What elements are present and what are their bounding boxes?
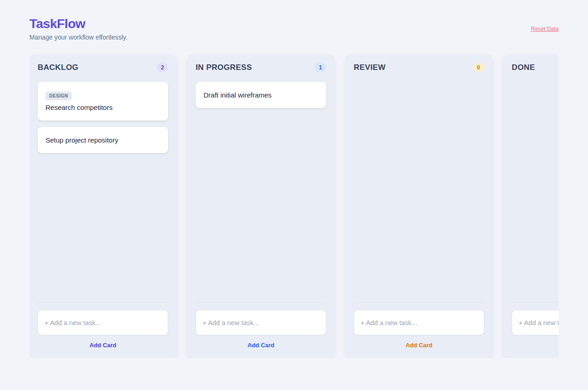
column-footer: Add Card — [38, 302, 168, 349]
column-header: IN PROGRESS 1 — [196, 63, 326, 72]
card-title: Setup project repository — [45, 136, 160, 144]
column-backlog: BACKLOG 2 DESIGN Research competitors Se… — [29, 54, 176, 358]
card-list — [512, 82, 559, 302]
column-footer: Add Card — [196, 302, 326, 349]
task-card[interactable]: Setup project repository — [38, 127, 168, 153]
column-header: DONE — [512, 63, 559, 72]
header: TaskFlow Manage your workflow effortless… — [29, 17, 559, 41]
add-task-input[interactable] — [196, 310, 326, 335]
column-title: BACKLOG — [38, 63, 79, 72]
add-card-button[interactable]: Add Card — [406, 342, 433, 349]
column-header: BACKLOG 2 — [38, 63, 168, 72]
add-task-input[interactable] — [354, 310, 484, 335]
header-titles: TaskFlow Manage your workflow effortless… — [29, 17, 127, 41]
app-title: TaskFlow — [29, 17, 127, 31]
column-in-progress: IN PROGRESS 1 Draft initial wireframes A… — [187, 54, 334, 358]
column-header: REVIEW 0 — [354, 63, 484, 72]
card-list: Draft initial wireframes — [196, 82, 326, 302]
card-title: Research competitors — [45, 103, 160, 111]
add-task-input[interactable] — [512, 310, 559, 335]
column-title: REVIEW — [354, 63, 385, 72]
card-tag: DESIGN — [45, 92, 72, 100]
column-review: REVIEW 0 Add Card — [345, 54, 492, 358]
add-card-button[interactable]: Add Card — [90, 342, 117, 349]
task-card[interactable]: Draft initial wireframes — [196, 82, 326, 108]
add-task-input[interactable] — [38, 310, 168, 335]
column-footer: Add Card — [354, 302, 484, 349]
column-count-badge: 0 — [473, 63, 484, 72]
task-card[interactable]: DESIGN Research competitors — [38, 82, 168, 120]
reset-data-link[interactable]: Reset Data — [531, 26, 559, 32]
app-subtitle: Manage your workflow effortlessly. — [29, 34, 127, 41]
page: TaskFlow Manage your workflow effortless… — [29, 0, 559, 358]
kanban-board[interactable]: BACKLOG 2 DESIGN Research competitors Se… — [29, 54, 559, 358]
column-title: DONE — [512, 63, 535, 72]
card-list — [354, 82, 484, 302]
column-count-badge: 2 — [157, 63, 168, 72]
column-done: DONE Add Card — [503, 54, 559, 358]
add-card-button[interactable]: Add Card — [248, 342, 275, 349]
column-count-badge: 1 — [315, 63, 326, 72]
card-list: DESIGN Research competitors Setup projec… — [38, 82, 168, 302]
column-title: IN PROGRESS — [196, 63, 252, 72]
column-footer: Add Card — [512, 302, 559, 349]
card-title: Draft initial wireframes — [204, 91, 318, 99]
